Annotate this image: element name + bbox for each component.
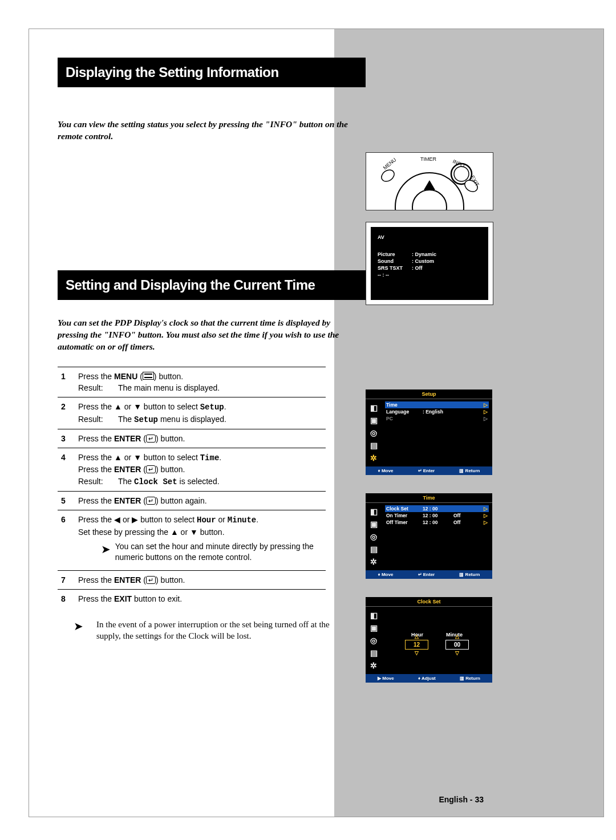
pc-icon: ▤ — [370, 649, 378, 657]
heading-section-2: Setting and Displaying the Current Time — [58, 270, 366, 300]
up-triangle-icon: ▲ — [114, 453, 122, 462]
channel-icon: ◎ — [370, 429, 377, 437]
step-row: 1 Press the MENU () button. Result:The m… — [58, 367, 326, 398]
note-arrow-icon: ➤ — [101, 541, 115, 563]
step-row: 8 Press the EXIT button to exit. — [58, 590, 326, 608]
chevron-right-icon: ▷ — [484, 513, 488, 518]
step-body: Press the MENU () button. Result:The mai… — [78, 371, 326, 394]
osd-value: 12 : 00 — [423, 513, 453, 518]
svg-point-5 — [379, 168, 396, 184]
osd-item-clock-set: Clock Set12 : 00▷ — [385, 505, 489, 512]
info-mode: AV — [378, 234, 481, 240]
osd-icon-strip: ◧ ▣ ◎ ▤ ✲ — [366, 503, 382, 570]
osd-title: Clock Set — [366, 597, 492, 607]
txt: Press the — [78, 453, 114, 462]
txt: ( — [141, 465, 146, 474]
txt: ) button. — [154, 372, 183, 381]
left-triangle-icon: ◀ — [114, 515, 120, 524]
osd-hint: ↵ Enter — [418, 572, 435, 577]
step-note: ➤ You can set the hour and minute direct… — [78, 538, 323, 567]
chevron-right-icon: ▷ — [484, 402, 488, 408]
step-row: 7 Press the ENTER (↵) button. — [58, 571, 326, 590]
down-triangle-icon: ▼ — [133, 453, 141, 462]
txt: Move — [382, 676, 394, 681]
txt: ( — [141, 575, 146, 585]
txt: Press the — [78, 496, 114, 505]
step-body: Press the ▲ or ▼ button to select Setup.… — [78, 401, 326, 425]
osd-hint: ↵ Enter — [418, 468, 435, 473]
osd-label: Language — [386, 409, 423, 415]
txt: Press the — [78, 402, 114, 411]
intro-section-2: You can set the PDP Display's clock so t… — [58, 317, 354, 353]
osd-icon-strip: ◧ ▣ ◎ ▤ ✲ — [366, 399, 382, 466]
txt-bold: ENTER — [114, 496, 141, 505]
enter-icon: ↵ — [146, 576, 156, 584]
footnote: ➤ In the event of a power interruption o… — [58, 608, 347, 642]
setup-icon: ✲ — [370, 454, 377, 462]
osd-icon-strip: ◧ ▣ ◎ ▤ ✲ — [366, 607, 382, 674]
txt: . — [224, 402, 226, 411]
txt: ( — [141, 434, 146, 443]
info-value: : Dynamic — [412, 251, 436, 257]
txt: ( — [141, 496, 146, 505]
txt: or — [120, 515, 132, 524]
step-row: 3 Press the ENTER (↵) button. — [58, 429, 326, 448]
chevron-right-icon: ▷ — [484, 409, 488, 415]
txt: or — [179, 527, 190, 537]
txt: Enter — [423, 468, 435, 473]
step-number: 8 — [58, 593, 78, 604]
osd-footer: ♦ Move ↵ Enter ▥ Return — [366, 570, 492, 579]
left-content-column: Displaying the Setting Information You c… — [58, 58, 354, 642]
mono: Time — [200, 453, 220, 462]
remote-illustration: MENU TIMER INFO EXIT — [366, 152, 493, 210]
osd-value: 12 : 00 — [423, 520, 453, 525]
txt: Press the — [78, 372, 114, 381]
enter-icon: ↵ — [146, 497, 156, 505]
result-label: Result: — [78, 382, 118, 393]
osd-clock-set: Clock Set ◧ ▣ ◎ ▤ ✲ Hour Minute 12 00 — [366, 597, 492, 683]
osd-hint: ♦ Adjust — [418, 676, 436, 681]
osd-item-pc: PC▷ — [385, 415, 489, 422]
remote-timer-label: TIMER — [420, 156, 436, 162]
osd-label: PC — [386, 416, 423, 421]
txt: Move — [382, 572, 393, 577]
info-time: -- : -- — [378, 272, 389, 278]
step-row: 2 Press the ▲ or ▼ button to select Setu… — [58, 397, 326, 429]
osd-value: : English — [423, 409, 443, 415]
step-body: Press the ENTER (↵) button. — [78, 574, 326, 586]
txt-bold: EXIT — [114, 594, 132, 603]
txt: ) button. — [156, 465, 185, 474]
note-arrow-icon: ➤ — [74, 619, 96, 642]
txt: Set these by pressing the — [78, 527, 171, 537]
txt: or — [216, 515, 228, 524]
txt: button to select — [138, 515, 197, 524]
txt: Press the — [78, 434, 114, 443]
step-number: 2 — [58, 401, 78, 425]
osd-hint: ♦ Move — [378, 572, 394, 577]
txt: Press the — [78, 594, 114, 603]
osd-label: Minute — [446, 632, 463, 638]
result-label: Result: — [78, 476, 118, 488]
osd-value: Off — [453, 513, 471, 518]
txt: Return — [465, 572, 480, 577]
result-label: Result: — [78, 413, 118, 425]
intro-section-1: You can view the setting status you sele… — [58, 119, 354, 143]
pc-icon: ▤ — [370, 545, 378, 553]
note-text: You can set the hour and minute directly… — [115, 541, 323, 563]
step-number: 7 — [58, 574, 78, 586]
channel-icon: ◎ — [370, 636, 377, 644]
minute-spinner: 00 — [445, 640, 469, 650]
txt: ) button. — [156, 575, 185, 585]
step-body: Press the EXIT button to exit. — [78, 593, 326, 604]
osd-item-language: Language: English▷ — [385, 408, 489, 415]
step-body: Press the ENTER (↵) button. — [78, 433, 326, 444]
osd-title: Time — [366, 493, 492, 503]
txt: is selected. — [177, 477, 220, 486]
txt-bold: ENTER — [114, 434, 141, 443]
picture-icon: ◧ — [370, 508, 378, 516]
osd-item-off-timer: Off Timer12 : 00Off▷ — [385, 519, 489, 526]
txt: The — [118, 415, 134, 424]
txt: Move — [382, 468, 393, 473]
txt: Return — [465, 676, 480, 681]
step-row: 4 Press the ▲ or ▼ button to select Time… — [58, 448, 326, 492]
